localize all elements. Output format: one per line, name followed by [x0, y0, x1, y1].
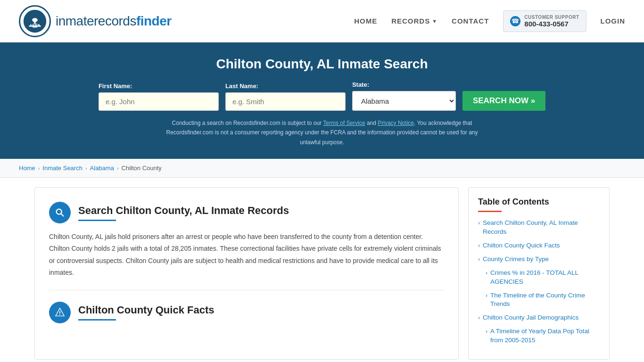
- section1-title: Search Chilton County, AL Inmate Records: [78, 205, 289, 217]
- toc-link-3[interactable]: County Crimes by Type: [483, 255, 549, 264]
- logo-area: inmaterecordsfinder: [19, 5, 172, 37]
- toc-title: Table of Contents: [478, 197, 600, 207]
- toc-link-6[interactable]: Chilton County Jail Demographics: [483, 313, 578, 322]
- toc-chevron-7: ›: [486, 328, 487, 335]
- toc-chevron-6: ›: [478, 314, 480, 321]
- breadcrumb-sep-3: ›: [117, 165, 119, 171]
- hero-section: Chilton County, AL Inmate Search First N…: [0, 42, 644, 159]
- main-container: Search Chilton County, AL Inmate Records…: [16, 178, 628, 362]
- svg-rect-14: [59, 314, 60, 315]
- svg-rect-10: [37, 24, 38, 25]
- last-name-group: Last Name:: [225, 82, 346, 111]
- svg-rect-8: [34, 24, 35, 25]
- toc-item-1: › Search Chilton County, AL Inmate Recor…: [478, 219, 600, 237]
- toc-chevron-4: ›: [486, 270, 487, 276]
- toc-box: Table of Contents › Search Chilton Count…: [468, 187, 610, 360]
- main-nav: HOME RECORDS ▼ CONTACT ☎ CUSTOMER SUPPOR…: [354, 10, 625, 32]
- support-number: 800-433-0567: [524, 20, 579, 28]
- terms-of-service-link[interactable]: Terms of Service: [323, 120, 365, 126]
- section2-header: Chilton County Quick Facts: [49, 302, 444, 323]
- main-content: Search Chilton County, AL Inmate Records…: [34, 187, 459, 360]
- svg-line-12: [61, 214, 63, 216]
- breadcrumb-inmate-search[interactable]: Inmate Search: [42, 165, 83, 172]
- search-icon: [49, 202, 71, 223]
- nav-records[interactable]: RECORDS ▼: [391, 17, 438, 25]
- toc-item-2: › Chilton County Quick Facts: [478, 241, 600, 250]
- section2-underline: [78, 319, 116, 321]
- last-name-input[interactable]: [225, 92, 346, 111]
- toc-item-6: › Chilton County Jail Demographics: [478, 313, 600, 322]
- state-label: State:: [352, 81, 369, 88]
- toc-item-7: › A Timeline of Yearly Data Pop Total fr…: [486, 327, 600, 345]
- site-header: inmaterecordsfinder HOME RECORDS ▼ CONTA…: [0, 0, 644, 42]
- toc-link-1[interactable]: Search Chilton County, AL Inmate Records: [483, 219, 600, 237]
- svg-rect-9: [36, 24, 37, 25]
- logo-icon: [19, 5, 51, 37]
- toc-underline: [478, 211, 502, 212]
- chevron-down-icon: ▼: [432, 18, 438, 24]
- toc-item-5: › The Timeline of the County Crime Trend…: [486, 291, 600, 309]
- toc-chevron-3: ›: [478, 256, 480, 263]
- section1-underline: [78, 220, 116, 221]
- toc-chevron-5: ›: [486, 292, 487, 299]
- breadcrumb-alabama[interactable]: Alabama: [90, 165, 114, 172]
- search-button[interactable]: SEARCH NOW »: [462, 91, 545, 111]
- nav-contact[interactable]: CONTACT: [452, 17, 489, 25]
- svg-rect-13: [59, 311, 60, 313]
- logo-bold: finder: [136, 14, 172, 28]
- search-form: First Name: Last Name: State: Alabama SE…: [19, 81, 625, 111]
- svg-rect-3: [29, 25, 41, 27]
- breadcrumb-sep-2: ›: [85, 165, 87, 171]
- toc-item-4: › Crimes % in 2016 - TOTAL ALL AGENCIES: [486, 269, 600, 287]
- svg-rect-6: [31, 24, 32, 25]
- privacy-notice-link[interactable]: Privacy Notice: [378, 120, 414, 126]
- breadcrumb-current: Chilton County: [122, 165, 162, 172]
- nav-records-label: RECORDS: [391, 17, 430, 25]
- toc-link-4[interactable]: Crimes % in 2016 - TOTAL ALL AGENCIES: [490, 269, 600, 287]
- logo-regular: inmaterecords: [56, 14, 136, 28]
- first-name-label: First Name:: [99, 82, 132, 90]
- breadcrumb-sep-1: ›: [38, 165, 40, 171]
- last-name-label: Last Name:: [225, 82, 258, 90]
- hero-disclaimer: Conducting a search on Recordsfinder.com…: [157, 118, 487, 147]
- section-divider: [49, 290, 444, 290]
- toc-link-2[interactable]: Chilton County Quick Facts: [483, 241, 560, 250]
- phone-icon: ☎: [510, 16, 520, 26]
- support-box[interactable]: ☎ CUSTOMER SUPPORT 800-433-0567: [503, 10, 586, 32]
- first-name-group: First Name:: [99, 82, 219, 111]
- svg-point-5: [32, 18, 38, 22]
- section1-text: Chilton County, AL jails hold prisoners …: [49, 231, 444, 279]
- nav-home[interactable]: HOME: [354, 17, 377, 25]
- logo-text: inmaterecordsfinder: [56, 14, 172, 29]
- state-select[interactable]: Alabama: [352, 91, 456, 111]
- alert-icon: [49, 302, 71, 323]
- toc-item-3: › County Crimes by Type: [478, 255, 600, 264]
- section2-title: Chilton County Quick Facts: [78, 304, 214, 316]
- nav-login[interactable]: LOGIN: [601, 17, 626, 25]
- support-label: CUSTOMER SUPPORT: [524, 15, 579, 20]
- toc-chevron-1: ›: [478, 220, 480, 226]
- toc-link-5[interactable]: The Timeline of the County Crime Trends: [490, 291, 600, 309]
- sidebar: Table of Contents › Search Chilton Count…: [468, 187, 610, 360]
- first-name-input[interactable]: [99, 92, 219, 111]
- hero-title: Chilton County, AL Inmate Search: [19, 57, 625, 72]
- breadcrumb: Home › Inmate Search › Alabama › Chilton…: [0, 159, 644, 178]
- toc-link-7[interactable]: A Timeline of Yearly Data Pop Total from…: [490, 327, 600, 345]
- toc-chevron-2: ›: [478, 242, 480, 249]
- section2-title-group: Chilton County Quick Facts: [78, 304, 214, 321]
- svg-rect-7: [33, 24, 33, 25]
- breadcrumb-home[interactable]: Home: [19, 165, 35, 172]
- section1-title-group: Search Chilton County, AL Inmate Records: [78, 205, 289, 221]
- section1-header: Search Chilton County, AL Inmate Records: [49, 202, 444, 223]
- state-group: State: Alabama: [352, 81, 456, 111]
- support-info: CUSTOMER SUPPORT 800-433-0567: [524, 15, 579, 28]
